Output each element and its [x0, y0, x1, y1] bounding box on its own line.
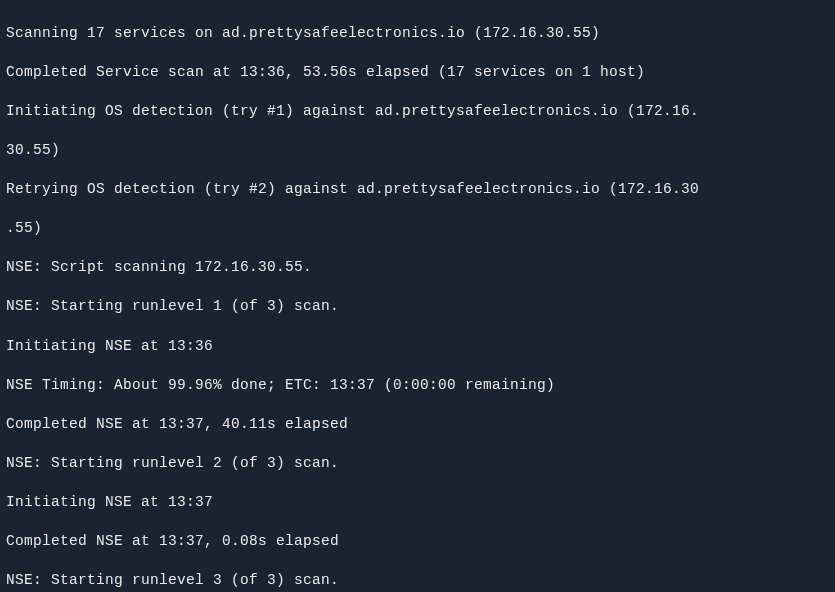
output-line: NSE: Starting runlevel 3 (of 3) scan. — [6, 571, 829, 591]
output-line: Completed NSE at 13:37, 0.08s elapsed — [6, 532, 829, 552]
output-line: NSE: Starting runlevel 2 (of 3) scan. — [6, 454, 829, 474]
output-line: NSE Timing: About 99.96% done; ETC: 13:3… — [6, 376, 829, 396]
output-line: Initiating OS detection (try #1) against… — [6, 102, 829, 122]
output-line: 30.55) — [6, 141, 829, 161]
output-line: NSE: Script scanning 172.16.30.55. — [6, 258, 829, 278]
output-line: Scanning 17 services on ad.prettysafeele… — [6, 24, 829, 44]
output-line: Completed NSE at 13:37, 40.11s elapsed — [6, 415, 829, 435]
output-line: Initiating NSE at 13:37 — [6, 493, 829, 513]
output-line: .55) — [6, 219, 829, 239]
output-line: Completed Service scan at 13:36, 53.56s … — [6, 63, 829, 83]
terminal-output: Scanning 17 services on ad.prettysafeele… — [6, 4, 829, 592]
output-line: Retrying OS detection (try #2) against a… — [6, 180, 829, 200]
output-line: NSE: Starting runlevel 1 (of 3) scan. — [6, 297, 829, 317]
output-line: Initiating NSE at 13:36 — [6, 337, 829, 357]
